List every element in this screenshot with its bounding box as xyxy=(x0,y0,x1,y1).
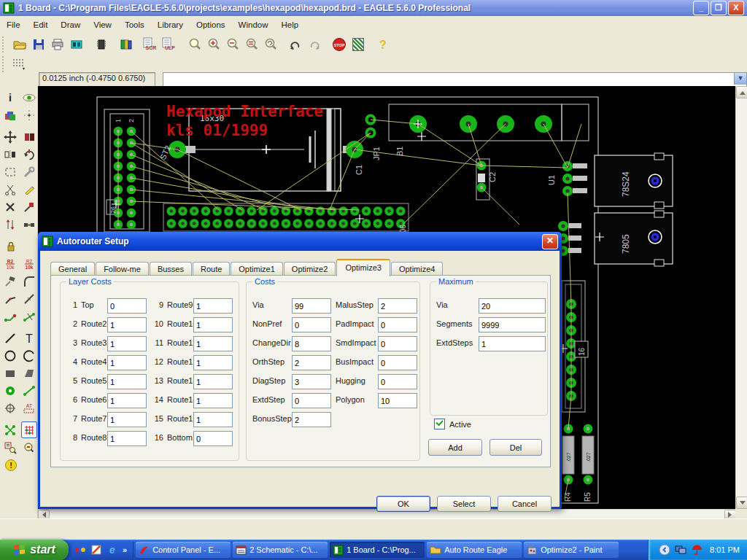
zoom-out-button[interactable] xyxy=(223,35,242,54)
mirror-tool[interactable] xyxy=(2,146,19,163)
dialog-tab[interactable]: Optimize1 xyxy=(231,262,283,276)
cost-input[interactable] xyxy=(378,298,417,314)
menu-item[interactable]: Options xyxy=(190,18,232,31)
ratsnest-tool[interactable] xyxy=(2,421,19,438)
value-tool[interactable]: R210k xyxy=(21,255,38,272)
menu-item[interactable]: Edit xyxy=(27,18,55,31)
layer-cost-input[interactable] xyxy=(107,393,147,408)
layer-cost-input[interactable] xyxy=(107,355,147,370)
run-ulp-button[interactable]: ULP xyxy=(160,35,179,54)
cost-input[interactable] xyxy=(292,355,331,370)
save-button[interactable] xyxy=(29,35,48,54)
redo-button[interactable] xyxy=(305,35,324,54)
split-tool[interactable] xyxy=(2,290,19,307)
library-button[interactable] xyxy=(117,35,136,54)
ebay-icon[interactable] xyxy=(74,544,86,556)
paste-tool[interactable] xyxy=(21,181,38,198)
cost-input[interactable] xyxy=(378,374,417,389)
network-icon[interactable] xyxy=(675,544,686,556)
maximum-input[interactable] xyxy=(479,298,546,314)
optimize-tool[interactable] xyxy=(21,290,38,307)
errors-tool[interactable] xyxy=(21,439,38,456)
attribute-tool[interactable]: AT xyxy=(21,400,38,416)
command-input[interactable] xyxy=(163,73,737,86)
layer-cost-input[interactable] xyxy=(193,317,233,332)
ripup-tool[interactable] xyxy=(21,308,38,324)
circle-tool[interactable] xyxy=(2,347,19,364)
toolbar-grip[interactable] xyxy=(2,36,8,52)
autorouter-tool[interactable] xyxy=(21,421,38,438)
cost-input[interactable] xyxy=(378,393,417,408)
via-tool[interactable] xyxy=(2,382,19,399)
pinswap-tool[interactable] xyxy=(2,216,19,233)
dialog-tab[interactable]: Optimize4 xyxy=(391,262,444,276)
layer-cost-input[interactable] xyxy=(107,336,147,351)
cost-input[interactable] xyxy=(378,355,417,370)
layer-cost-input[interactable] xyxy=(107,317,147,332)
board-schematic-button[interactable] xyxy=(92,35,111,54)
minimize-button[interactable]: _ xyxy=(693,1,709,15)
avira-umbrella-icon[interactable] xyxy=(691,544,703,556)
hide-icons-chevron-icon[interactable] xyxy=(659,544,670,556)
vertical-scrollbar[interactable] xyxy=(735,86,747,509)
select-button[interactable]: Select xyxy=(437,496,491,512)
quicklaunch-overflow-chevron[interactable]: » xyxy=(123,545,127,554)
ok-button[interactable]: OK xyxy=(376,496,430,512)
layer-cost-input[interactable] xyxy=(193,336,233,351)
name-tool[interactable]: R210k xyxy=(2,255,19,272)
layer-cost-input[interactable] xyxy=(193,298,233,314)
maximum-input[interactable] xyxy=(479,317,546,332)
layer-cost-input[interactable] xyxy=(107,374,147,389)
scroll-up-button[interactable] xyxy=(736,86,747,98)
dialog-tab[interactable]: Follow-me xyxy=(96,262,149,276)
grid-button[interactable] xyxy=(10,55,29,74)
signal-tool[interactable] xyxy=(21,382,38,399)
cost-input[interactable] xyxy=(292,336,331,351)
dialog-close-button[interactable]: ✕ xyxy=(542,234,558,249)
delete-tool[interactable] xyxy=(2,198,19,215)
zoom-select-button[interactable] xyxy=(242,35,261,54)
route-tool[interactable] xyxy=(2,308,19,324)
taskbar-task[interactable]: Auto Route Eagle xyxy=(427,542,522,558)
start-button[interactable]: start xyxy=(0,540,69,560)
open-button[interactable] xyxy=(10,35,29,54)
go-button[interactable] xyxy=(349,35,368,54)
warning-tool[interactable]: ! xyxy=(2,456,20,473)
cost-input[interactable] xyxy=(292,393,331,408)
toolbar-grip-2[interactable] xyxy=(2,56,8,72)
menu-item[interactable]: Tools xyxy=(118,18,151,31)
dialog-tab[interactable]: Optimize2 xyxy=(284,262,336,276)
maximum-input[interactable] xyxy=(479,336,546,351)
cost-input[interactable] xyxy=(292,317,331,332)
del-button[interactable]: Del xyxy=(489,439,542,456)
scroll-down-button[interactable] xyxy=(736,497,747,509)
layer-cost-input[interactable] xyxy=(193,431,233,446)
menu-item[interactable]: Draw xyxy=(54,18,87,31)
info-tool[interactable]: i xyxy=(2,89,19,106)
layer-cost-input[interactable] xyxy=(107,412,147,427)
cost-input[interactable] xyxy=(378,336,417,351)
taskbar-task[interactable]: Optimize2 - Paint xyxy=(524,542,619,558)
text-tool[interactable]: T xyxy=(21,330,38,346)
layer-cost-input[interactable] xyxy=(193,355,233,370)
restore-button[interactable]: ❐ xyxy=(711,1,727,15)
menu-item[interactable]: View xyxy=(87,18,118,31)
stop-button[interactable]: STOP xyxy=(330,35,349,54)
zoom-fit-button[interactable] xyxy=(185,35,204,54)
dialog-tab[interactable]: Route xyxy=(193,262,230,276)
run-script-button[interactable]: SCR xyxy=(142,35,160,54)
add-button[interactable]: Add xyxy=(428,439,482,456)
layer-cost-input[interactable] xyxy=(107,298,147,314)
mark-tool[interactable] xyxy=(21,106,38,123)
hole-tool[interactable] xyxy=(2,400,19,416)
close-button[interactable]: X xyxy=(728,1,744,15)
dialog-tab[interactable]: Optimize3 xyxy=(336,259,390,276)
help-button[interactable]: ? xyxy=(374,35,392,54)
group-tool[interactable] xyxy=(2,163,19,180)
add-tool[interactable] xyxy=(21,198,38,215)
menu-item[interactable]: File xyxy=(0,18,27,31)
smash-tool[interactable] xyxy=(2,273,19,289)
cost-input[interactable] xyxy=(292,374,331,389)
display-layers-tool[interactable] xyxy=(2,106,19,123)
dialog-tab[interactable]: General xyxy=(50,262,95,276)
